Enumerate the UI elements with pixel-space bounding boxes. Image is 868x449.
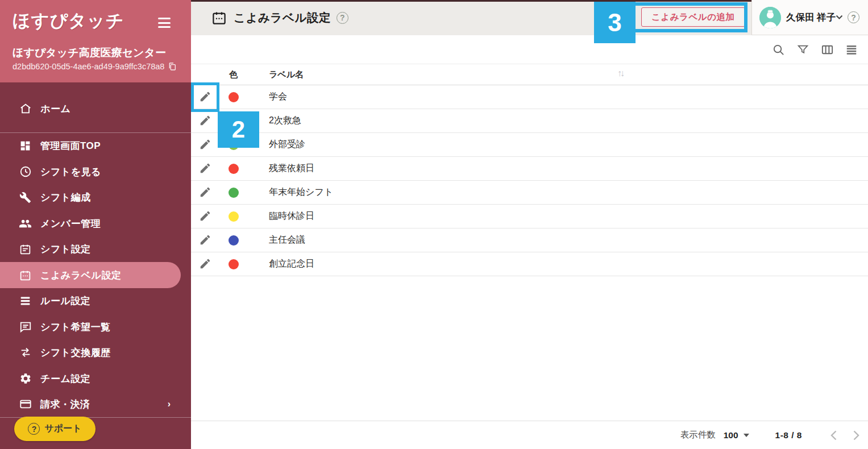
sidebar-item-label: シフト交換履歴 — [40, 346, 111, 359]
swap-arrows-icon — [19, 346, 32, 359]
help-icon[interactable]: ? — [337, 12, 348, 24]
sidebar-item-label: 管理画面TOP — [40, 139, 101, 152]
main-area: こよみラベル設定 ? こよみラベルの追加 久保田 祥子 ? 色 ラベル名 ↑↓ — [191, 0, 868, 449]
people-icon — [19, 217, 32, 230]
label-name: 残業依頼日 — [269, 163, 314, 174]
sidebar-item-rules[interactable]: ルール設定 — [0, 288, 191, 314]
edit-pencil-icon[interactable] — [199, 257, 213, 271]
sort-icon[interactable]: ↑↓ — [617, 68, 623, 78]
label-name: 主任会議 — [269, 234, 305, 246]
edit-pencil-icon[interactable] — [199, 186, 213, 199]
help-icon[interactable]: ? — [848, 11, 859, 23]
caret-down-icon — [744, 434, 749, 437]
label-name: 臨時休診日 — [269, 210, 314, 222]
sidebar-item-billing[interactable]: 請求・決済 › — [0, 391, 191, 417]
edit-pencil-icon[interactable] — [199, 114, 213, 128]
color-dot — [229, 235, 239, 246]
sidebar-item-team-settings[interactable]: チーム設定 — [0, 365, 191, 392]
sidebar-item-label: シフト希望一覧 — [40, 321, 111, 334]
avatar — [759, 7, 781, 28]
rows-per-page-select[interactable]: 100 — [724, 430, 749, 440]
column-header-color[interactable]: 色 — [229, 69, 238, 80]
user-panel[interactable]: 久保田 祥子 ? — [751, 0, 868, 35]
table-row: 創立記念日 — [191, 252, 868, 276]
sidebar-header: ほすぴタッチ ほすぴタッチ高度医療センター d2bdb620-05d5-4ae6… — [0, 0, 191, 82]
annotation-outline-step2 — [191, 82, 219, 112]
edit-pencil-icon[interactable] — [199, 234, 213, 247]
table-header: 色 ラベル名 ↑↓ — [191, 64, 868, 85]
color-dot — [229, 211, 239, 222]
dashboard-icon — [19, 139, 32, 152]
search-icon[interactable] — [771, 43, 785, 56]
gear-icon — [19, 372, 32, 385]
support-label: サポート — [44, 423, 81, 435]
color-dot — [229, 92, 239, 102]
label-name: 年末年始シフト — [269, 186, 333, 198]
sidebar: ほすぴタッチ ほすぴタッチ高度医療センター d2bdb620-05d5-4ae6… — [0, 0, 191, 449]
chevron-right-icon: › — [168, 399, 171, 409]
sidebar-item-label: メンバー管理 — [40, 217, 101, 230]
sidebar-item-view-shift[interactable]: シフトを見る — [0, 159, 191, 185]
table-row: 臨時休診日 — [191, 205, 868, 228]
columns-icon[interactable] — [820, 43, 834, 56]
sidebar-item-shift-requests[interactable]: シフト希望一覧 — [0, 314, 191, 340]
sidebar-nav: ホーム 管理画面TOP シフトを見る シフト編成 メンバー管理 — [0, 82, 191, 449]
label-name: 創立記念日 — [269, 258, 314, 270]
sidebar-item-label: こよみラベル設定 — [40, 269, 121, 282]
chevron-down-icon — [836, 15, 843, 20]
app-logo[interactable]: ほすぴタッチ — [13, 9, 124, 33]
annotation-badge-2: 2 — [218, 111, 259, 148]
sidebar-item-shift-swaps[interactable]: シフト交換履歴 — [0, 339, 191, 365]
org-id-value: d2bdb620-05d5-4ae6-ad49-9a9ffc3c78a8 — [13, 62, 164, 71]
table-row: 年末年始シフト — [191, 181, 868, 205]
filter-icon[interactable] — [796, 43, 809, 56]
support-button[interactable]: ? サポート — [14, 417, 95, 441]
color-dot — [229, 164, 239, 174]
table-body: 学会 2次救急 外部受診 残業依頼日 年末年始シフト — [191, 85, 868, 276]
user-name: 久保田 祥子 — [786, 11, 836, 24]
previous-page-button[interactable] — [826, 428, 841, 443]
label-name: 学会 — [269, 91, 287, 103]
sidebar-item-label: ルール設定 — [40, 294, 90, 307]
column-header-label[interactable]: ラベル名 — [269, 69, 304, 80]
label-name: 2次救急 — [269, 115, 301, 127]
sidebar-item-label: シフトを見る — [40, 165, 101, 178]
sidebar-item-label: チーム設定 — [40, 372, 90, 385]
density-icon[interactable] — [845, 43, 858, 56]
table-row: 残業依頼日 — [191, 157, 868, 181]
sidebar-item-label: 請求・決済 — [40, 398, 90, 411]
page-title: こよみラベル設定 — [234, 10, 331, 26]
org-id: d2bdb620-05d5-4ae6-ad49-9a9ffc3c78a8 — [13, 62, 177, 71]
clock-icon — [19, 165, 32, 178]
sidebar-item-shift-build[interactable]: シフト編成 — [0, 184, 191, 210]
org-name: ほすぴタッチ高度医療センター — [13, 45, 166, 60]
sidebar-item-label: シフト設定 — [40, 243, 91, 256]
edit-pencil-icon[interactable] — [199, 138, 213, 152]
app-root: ほすぴタッチ ほすぴタッチ高度医療センター d2bdb620-05d5-4ae6… — [0, 0, 868, 449]
table-row: 主任会議 — [191, 228, 868, 252]
hamburger-menu-icon[interactable] — [158, 18, 171, 28]
annotation-badge-3: 3 — [594, 2, 636, 43]
sidebar-item-calendar-labels[interactable]: こよみラベル設定 — [0, 262, 181, 288]
next-page-button[interactable] — [849, 428, 863, 443]
wrench-icon — [19, 191, 32, 204]
calendar-icon — [211, 10, 227, 26]
copy-icon[interactable] — [168, 62, 177, 71]
edit-pencil-icon[interactable] — [199, 162, 213, 176]
rules-list-icon — [19, 294, 32, 307]
sidebar-item-members[interactable]: メンバー管理 — [0, 210, 191, 236]
sidebar-item-label: ホーム — [40, 102, 70, 115]
sidebar-item-label: シフト編成 — [40, 191, 91, 204]
sidebar-item-shift-settings[interactable]: シフト設定 — [0, 236, 191, 262]
rows-per-page-label: 表示件数 — [680, 429, 716, 441]
table-row: 学会 — [191, 85, 868, 109]
credit-card-icon — [19, 398, 32, 411]
sidebar-item-home[interactable]: ホーム — [0, 95, 191, 122]
table-row: 2次救急 — [191, 109, 868, 133]
annotation-outline-step3 — [632, 2, 747, 32]
edit-pencil-icon[interactable] — [199, 210, 213, 223]
sidebar-item-admin-top[interactable]: 管理画面TOP — [0, 132, 191, 159]
color-dot — [229, 259, 239, 269]
calendar-icon — [19, 269, 32, 282]
rows-per-page-value: 100 — [724, 430, 738, 440]
